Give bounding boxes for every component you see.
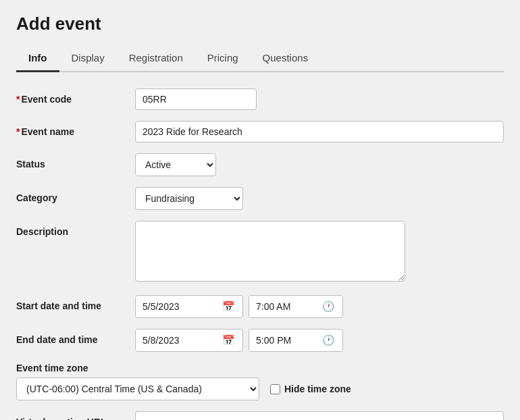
end-datetime-label: End date and time [16, 329, 124, 345]
end-datetime-control: 📅 🕐 [135, 329, 504, 352]
event-name-row: *Event name [16, 121, 504, 142]
category-select[interactable]: Fundraising Conference Workshop Social [135, 187, 243, 210]
start-date-input[interactable] [136, 296, 217, 317]
event-code-label: *Event code [16, 88, 124, 105]
end-date-wrap: 📅 [135, 329, 243, 352]
virtual-url-row: Virtual meeting URL [16, 411, 504, 420]
tab-pricing[interactable]: Pricing [195, 45, 251, 72]
tab-display[interactable]: Display [59, 45, 117, 72]
event-code-control [135, 88, 504, 110]
end-datetime-group: 📅 🕐 [135, 329, 504, 352]
start-date-calendar-icon[interactable]: 📅 [217, 296, 240, 317]
start-datetime-control: 📅 🕐 [135, 295, 504, 318]
tab-info[interactable]: Info [16, 45, 59, 72]
category-row: Category Fundraising Conference Workshop… [16, 187, 504, 210]
event-name-label: *Event name [16, 121, 124, 137]
end-time-wrap: 🕐 [249, 329, 343, 352]
category-label: Category [16, 187, 124, 203]
required-mark-2: * [16, 126, 20, 137]
start-date-wrap: 📅 [135, 295, 243, 318]
status-row: Status Active Inactive Draft [16, 153, 504, 176]
status-control: Active Inactive Draft [135, 153, 504, 176]
description-textarea[interactable] [135, 221, 405, 282]
end-date-input[interactable] [136, 330, 217, 350]
hide-timezone-label[interactable]: Hide time zone [270, 384, 351, 394]
start-time-wrap: 🕐 [249, 295, 343, 318]
event-name-control [135, 121, 504, 142]
end-datetime-row: End date and time 📅 🕐 [16, 329, 504, 352]
timezone-select[interactable]: (UTC-06:00) Central Time (US & Canada) (… [16, 377, 259, 400]
hide-timezone-checkbox[interactable] [270, 384, 280, 394]
start-time-input[interactable] [249, 296, 317, 317]
status-select[interactable]: Active Inactive Draft [135, 153, 216, 176]
start-datetime-label: Start date and time [16, 295, 124, 311]
end-time-input[interactable] [249, 330, 317, 350]
event-code-row: *Event code [16, 88, 504, 110]
tab-bar: Info Display Registration Pricing Questi… [16, 45, 504, 72]
start-time-clock-icon[interactable]: 🕐 [317, 296, 340, 317]
timezone-label: Event time zone [16, 363, 88, 373]
start-datetime-row: Start date and time 📅 🕐 [16, 295, 504, 318]
virtual-url-label: Virtual meeting URL [16, 411, 124, 420]
end-time-clock-icon[interactable]: 🕐 [317, 330, 340, 351]
description-control [135, 221, 504, 284]
description-label: Description [16, 221, 124, 237]
timezone-row: Event time zone (UTC-06:00) Central Time… [16, 363, 504, 400]
hide-timezone-text: Hide time zone [284, 384, 351, 394]
page-title: Add event [16, 14, 504, 34]
event-code-input[interactable] [135, 88, 257, 110]
start-datetime-group: 📅 🕐 [135, 295, 504, 318]
category-control: Fundraising Conference Workshop Social [135, 187, 504, 210]
description-row: Description [16, 221, 504, 284]
form-body: *Event code *Event name Status Active In… [16, 88, 504, 420]
virtual-url-control [135, 411, 504, 420]
tab-questions[interactable]: Questions [251, 45, 321, 72]
tab-registration[interactable]: Registration [117, 45, 195, 72]
timezone-controls: (UTC-06:00) Central Time (US & Canada) (… [16, 377, 351, 400]
end-date-calendar-icon[interactable]: 📅 [217, 330, 240, 351]
virtual-url-input[interactable] [135, 411, 504, 420]
required-mark: * [16, 94, 20, 105]
event-name-input[interactable] [135, 121, 504, 142]
status-label: Status [16, 153, 124, 169]
